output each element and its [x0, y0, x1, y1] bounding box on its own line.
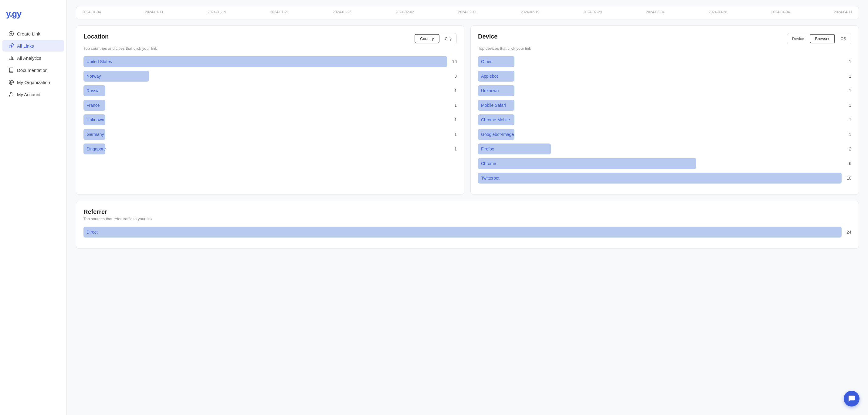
location-bar-container-6: Singapore	[84, 143, 447, 154]
book-icon	[8, 67, 14, 73]
date-label-7: 2024-02-19	[521, 10, 539, 14]
location-row-3: France 1	[84, 100, 457, 111]
location-toggle-country[interactable]: Country	[414, 34, 439, 43]
device-row-1: Applebot 1	[478, 71, 851, 82]
location-row-5: Germany 1	[84, 129, 457, 140]
device-bar-label-5: Googlebot-Image	[481, 132, 514, 137]
location-bar-container-5: Germany	[84, 129, 447, 140]
date-label-8: 2024-02-29	[583, 10, 602, 14]
globe-icon	[8, 79, 14, 85]
location-bar-label-0: United States	[87, 59, 112, 64]
device-bar-label-6: Firefox	[481, 147, 494, 151]
date-label-1: 2024-01-11	[145, 10, 163, 14]
location-row-0: United States 16	[84, 56, 457, 67]
location-bar-label-6: Singapore	[87, 147, 106, 151]
date-label-4: 2024-01-26	[333, 10, 351, 14]
date-axis-labels: 2024-01-04 2024-01-11 2024-01-19 2024-01…	[82, 10, 852, 14]
device-bar-container-4: Chrome Mobile	[478, 115, 842, 125]
sidebar-item-documentation[interactable]: Documentation	[2, 64, 64, 76]
device-card: Device Device Browser OS Top devices tha…	[470, 26, 859, 195]
nav-label-my-account: My Account	[17, 92, 41, 97]
referrer-title: Referrer	[84, 209, 851, 215]
location-bar-value-0: 16	[451, 59, 457, 64]
location-bar-container-1: Norway	[84, 71, 447, 82]
sidebar-item-my-organization[interactable]: My Organization	[2, 76, 64, 88]
device-bar-value-1: 1	[845, 74, 851, 78]
nav-label-documentation: Documentation	[17, 68, 48, 73]
location-row-6: Singapore 1	[84, 143, 457, 154]
device-row-3: Mobile Safari 1	[478, 100, 851, 111]
device-bar-fill-8	[478, 172, 842, 184]
device-row-5: Googlebot-Image 1	[478, 129, 851, 140]
location-toggle-city[interactable]: City	[440, 33, 457, 44]
device-bar-label-0: Other	[481, 59, 492, 64]
sidebar-item-create-link[interactable]: Create Link	[2, 28, 64, 39]
sidebar: y.gy Create Link All Links	[0, 0, 67, 415]
location-row-2: Russia 1	[84, 85, 457, 96]
date-label-10: 2024-03-26	[709, 10, 727, 14]
device-bar-value-3: 1	[845, 103, 851, 108]
device-card-header: Device Device Browser OS	[478, 33, 851, 44]
location-bar-container-2: Russia	[84, 85, 447, 96]
sidebar-item-my-account[interactable]: My Account	[2, 89, 64, 100]
bar-chart-icon	[8, 55, 14, 61]
device-bar-value-4: 1	[845, 118, 851, 122]
device-bar-label-1: Applebot	[481, 74, 498, 78]
device-bar-value-7: 6	[845, 161, 851, 166]
date-label-11: 2024-04-04	[771, 10, 790, 14]
location-toggle-group: Country City	[414, 33, 457, 44]
device-bar-container-5: Googlebot-Image	[478, 129, 842, 140]
location-bar-value-6: 1	[451, 147, 457, 151]
device-bar-container-7: Chrome	[478, 158, 842, 169]
nav-label-all-analytics: All Analytics	[17, 56, 41, 61]
location-bar-label-3: France	[87, 103, 100, 108]
chat-button[interactable]	[844, 391, 860, 407]
device-row-7: Chrome 6	[478, 158, 851, 169]
device-bar-container-2: Unknown	[478, 85, 842, 96]
device-bar-container-0: Other	[478, 56, 842, 67]
date-label-6: 2024-02-11	[458, 10, 476, 14]
location-bar-value-1: 3	[451, 74, 457, 78]
sidebar-item-all-links[interactable]: All Links	[2, 40, 64, 52]
device-toggle-browser[interactable]: Browser	[810, 34, 835, 43]
location-row-1: Norway 3	[84, 71, 457, 82]
device-toggle-group: Device Browser OS	[787, 33, 851, 44]
device-bar-label-3: Mobile Safari	[481, 103, 506, 108]
location-card-header: Location Country City	[84, 33, 457, 44]
device-toggle-device[interactable]: Device	[787, 33, 809, 44]
device-subtitle: Top devices that click your link	[478, 46, 851, 51]
device-bar-value-6: 2	[845, 147, 851, 151]
nav-label-my-organization: My Organization	[17, 80, 50, 85]
referrer-bar-container-0: Direct	[84, 227, 842, 237]
location-bar-value-3: 1	[451, 103, 457, 108]
analytics-cards-row: Location Country City Top countries and …	[76, 26, 859, 195]
location-bar-container-4: Unknown	[84, 115, 447, 125]
device-bar-value-0: 1	[845, 59, 851, 64]
device-bar-label-7: Chrome	[481, 161, 496, 166]
referrer-row-0: Direct 24	[84, 227, 851, 237]
date-label-2: 2024-01-19	[208, 10, 226, 14]
device-bar-container-1: Applebot	[478, 71, 842, 82]
location-bar-container-3: France	[84, 100, 447, 111]
date-label-5: 2024-02-02	[396, 10, 414, 14]
link-icon	[8, 43, 14, 49]
sidebar-item-all-analytics[interactable]: All Analytics	[2, 52, 64, 64]
device-title: Device	[478, 33, 498, 40]
location-bar-label-2: Russia	[87, 88, 99, 93]
location-card: Location Country City Top countries and …	[76, 26, 464, 195]
device-row-8: Twitterbot 10	[478, 172, 851, 184]
date-label-12: 2024-04-11	[834, 10, 852, 14]
date-label-9: 2024-03-04	[646, 10, 664, 14]
date-label-3: 2024-01-21	[270, 10, 289, 14]
logo: y.gy	[0, 6, 66, 27]
location-bar-value-5: 1	[451, 132, 457, 137]
plus-circle-icon	[8, 31, 14, 36]
nav-label-create-link: Create Link	[17, 31, 40, 36]
location-bar-label-4: Unknown	[87, 118, 104, 122]
location-title: Location	[84, 33, 108, 40]
date-axis-card: 2024-01-04 2024-01-11 2024-01-19 2024-01…	[76, 6, 859, 20]
referrer-bar-label-0: Direct	[87, 230, 98, 234]
device-toggle-os[interactable]: OS	[836, 33, 851, 44]
device-bar-label-8: Twitterbot	[481, 175, 500, 181]
device-row-6: Firefox 2	[478, 143, 851, 154]
